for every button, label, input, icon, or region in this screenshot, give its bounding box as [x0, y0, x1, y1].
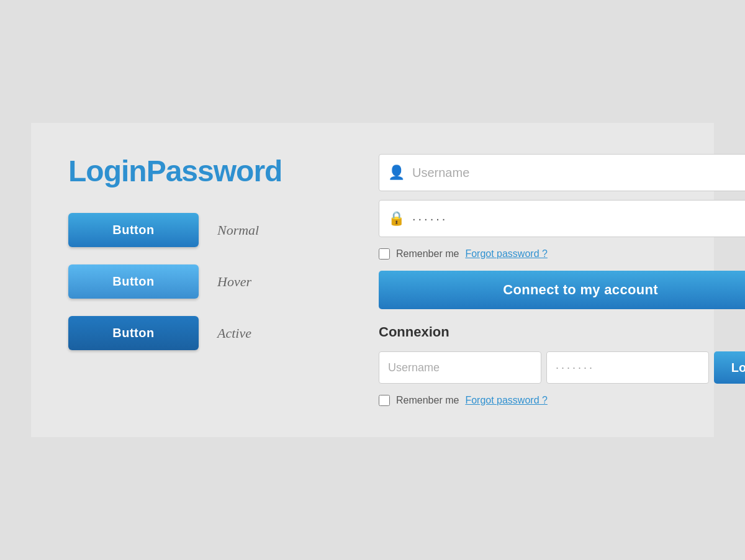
button-active[interactable]: Button — [68, 316, 199, 350]
main-container: LoginPassword Button Normal Button Hover… — [31, 123, 714, 437]
button-row-active: Button Active — [68, 316, 329, 350]
right-panel: 👤 🔒 ······ Remenber me Forgot password ?… — [379, 154, 745, 406]
forgot-link-1[interactable]: Forgot password ? — [465, 248, 548, 260]
button-row-normal: Button Normal — [68, 213, 329, 247]
username-input-wrapper: 👤 — [379, 154, 745, 191]
remember-label-2: Remenber me — [396, 395, 459, 406]
button-normal[interactable]: Button — [68, 213, 199, 247]
forgot-link-2[interactable]: Forgot password ? — [465, 395, 548, 406]
inline-form: Login — [379, 351, 745, 384]
button-state-normal: Normal — [217, 222, 259, 238]
connect-button[interactable]: Connect to my account — [379, 271, 745, 309]
title-normal: Login — [68, 155, 147, 187]
login-button[interactable]: Login — [714, 351, 745, 384]
username-input[interactable] — [412, 166, 745, 180]
lock-icon: 🔒 — [388, 210, 405, 227]
button-row-hover: Button Hover — [68, 264, 329, 299]
remember-label-1: Remenber me — [396, 248, 459, 260]
button-state-hover: Hover — [217, 274, 251, 290]
remember-checkbox-2[interactable] — [379, 395, 390, 406]
button-hover[interactable]: Button — [68, 264, 199, 299]
password-input-wrapper: 🔒 ······ — [379, 200, 745, 237]
connexion-password-input[interactable] — [546, 351, 709, 384]
remember-row-2: Remenber me Forgot password ? — [379, 395, 745, 406]
user-icon: 👤 — [388, 165, 405, 181]
remember-checkbox-1[interactable] — [379, 248, 390, 260]
button-state-active: Active — [217, 325, 251, 341]
connexion-title: Connexion — [379, 324, 745, 340]
title-bold: Password — [147, 155, 282, 187]
left-panel: LoginPassword Button Normal Button Hover… — [68, 154, 329, 406]
app-title: LoginPassword — [68, 154, 329, 188]
password-dots-display: ······ — [412, 212, 448, 226]
connexion-username-input[interactable] — [379, 351, 541, 384]
remember-row-1: Remenber me Forgot password ? — [379, 248, 745, 260]
